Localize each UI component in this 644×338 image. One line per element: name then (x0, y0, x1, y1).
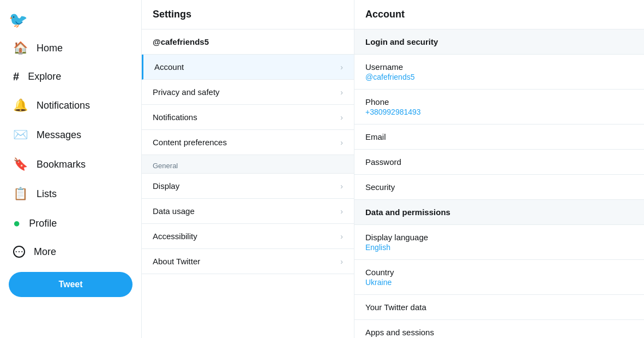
twitter-data-label: Your Twitter data (365, 303, 633, 312)
sidebar-label-more: More (34, 246, 56, 258)
chevron-right-icon: › (340, 138, 343, 147)
sidebar-label-home: Home (37, 43, 63, 54)
settings-item-content[interactable]: Content preferences › (142, 130, 354, 155)
chevron-right-icon: › (340, 207, 343, 216)
chevron-right-icon: › (340, 182, 343, 191)
account-display-language-item[interactable]: Display language English (354, 225, 644, 260)
account-twitter-data-item[interactable]: Your Twitter data (354, 295, 644, 320)
account-security-item[interactable]: Security (354, 175, 644, 200)
chevron-right-icon: › (340, 113, 343, 122)
sidebar-label-profile: Profile (29, 218, 57, 229)
twitter-logo: 🐦 (0, 4, 141, 33)
settings-item-account[interactable]: Account › (142, 55, 354, 80)
sidebar-label-messages: Messages (37, 129, 81, 141)
display-language-label: Display language (365, 233, 633, 242)
sidebar-item-profile[interactable]: ● Profile (4, 210, 137, 237)
bookmark-icon: 🔖 (13, 157, 28, 171)
settings-item-about[interactable]: About Twitter › (142, 249, 354, 274)
settings-panel: Settings @cafefriends5 Account › Privacy… (142, 0, 354, 338)
apps-sessions-label: Apps and sessions (365, 328, 633, 337)
sidebar-item-explore[interactable]: # Explore (4, 64, 137, 90)
display-language-value: English (365, 243, 633, 252)
account-phone-item[interactable]: Phone +380992981493 (354, 90, 644, 124)
chevron-right-icon: › (340, 88, 343, 97)
account-country-item[interactable]: Country Ukraine (354, 260, 644, 295)
settings-item-notifications[interactable]: Notifications › (142, 105, 354, 130)
sidebar-item-more[interactable]: ⋯ More (4, 239, 137, 264)
email-label: Email (365, 132, 633, 141)
sidebar-item-messages[interactable]: ✉️ Messages (4, 121, 137, 149)
mail-icon: ✉️ (13, 128, 28, 142)
settings-item-data-usage-label: Data usage (153, 206, 195, 216)
settings-item-accessibility-label: Accessibility (153, 232, 197, 241)
settings-header: Settings (142, 0, 354, 29)
account-header: Account (354, 0, 644, 29)
settings-item-account-label: Account (154, 62, 184, 72)
security-label: Security (365, 182, 633, 192)
data-permissions-title: Data and permissions (354, 200, 644, 225)
account-email-item[interactable]: Email (354, 124, 644, 150)
sidebar-item-lists[interactable]: 📋 Lists (4, 180, 137, 207)
password-label: Password (365, 157, 633, 167)
sidebar-label-lists: Lists (37, 188, 57, 200)
profile-icon: ● (13, 216, 20, 230)
account-password-item[interactable]: Password (354, 150, 644, 175)
account-panel: Account Login and security Username @caf… (354, 0, 644, 338)
tweet-button[interactable]: Tweet (9, 272, 133, 297)
chevron-right-icon: › (340, 63, 343, 72)
phone-value: +380992981493 (365, 108, 633, 116)
sidebar-label-bookmarks: Bookmarks (37, 159, 86, 170)
settings-item-data-usage[interactable]: Data usage › (142, 199, 354, 224)
settings-item-privacy-label: Privacy and safety (153, 87, 220, 97)
settings-item-display-label: Display (153, 181, 179, 191)
sidebar-item-notifications[interactable]: 🔔 Notifications (4, 92, 137, 119)
sidebar-item-home[interactable]: 🏠 Home (4, 34, 137, 62)
phone-label: Phone (365, 97, 633, 106)
chevron-right-icon: › (340, 257, 343, 266)
settings-item-privacy[interactable]: Privacy and safety › (142, 80, 354, 105)
username-label: Username (365, 62, 633, 72)
settings-username: @cafefriends5 (142, 29, 354, 55)
home-icon: 🏠 (13, 41, 28, 55)
sidebar-label-notifications: Notifications (37, 100, 90, 111)
country-value: Ukraine (365, 278, 633, 287)
settings-item-content-label: Content preferences (153, 138, 227, 147)
list-icon: 📋 (13, 187, 28, 201)
settings-item-about-label: About Twitter (153, 257, 200, 266)
username-value: @cafefriends5 (365, 73, 633, 81)
chevron-right-icon: › (340, 232, 343, 241)
more-icon: ⋯ (13, 246, 25, 258)
explore-icon: # (13, 70, 19, 83)
bell-icon: 🔔 (13, 98, 28, 112)
account-username-item[interactable]: Username @cafefriends5 (354, 55, 644, 90)
login-security-title: Login and security (354, 29, 644, 55)
account-apps-sessions-item[interactable]: Apps and sessions (354, 320, 644, 338)
settings-item-notifications-label: Notifications (153, 112, 197, 122)
sidebar: 🐦 🏠 Home # Explore 🔔 Notifications ✉️ Me… (0, 0, 142, 338)
sidebar-label-explore: Explore (28, 71, 61, 82)
sidebar-item-bookmarks[interactable]: 🔖 Bookmarks (4, 151, 137, 178)
country-label: Country (365, 268, 633, 277)
settings-item-display[interactable]: Display › (142, 174, 354, 199)
settings-item-accessibility[interactable]: Accessibility › (142, 224, 354, 249)
general-section-label: General (142, 155, 354, 174)
